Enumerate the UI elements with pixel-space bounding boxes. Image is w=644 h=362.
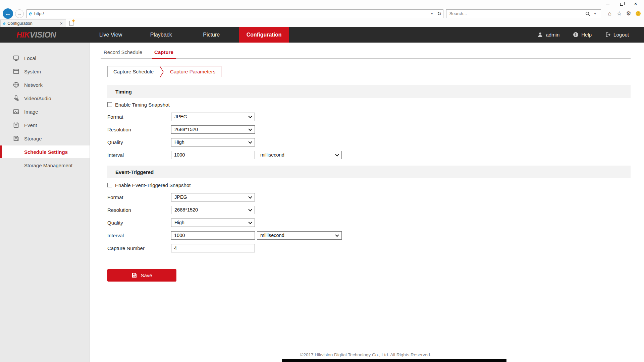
tab-capture[interactable]: Capture <box>153 49 174 58</box>
hikvision-logo: HIKVISION <box>16 27 56 43</box>
address-bar[interactable]: e http:/ ▾ ↻ <box>26 9 443 18</box>
enable-timing-snapshot-checkbox[interactable] <box>107 102 112 107</box>
url-text[interactable]: http:/ <box>34 11 428 16</box>
help-button[interactable]: Help <box>573 32 592 38</box>
chevron-down-icon <box>248 195 252 198</box>
taskbar-peek-bar <box>282 359 506 362</box>
microphone-icon <box>13 95 19 102</box>
enable-event-snapshot-label: Enable Event-Triggered Snapshot <box>115 182 191 188</box>
forward-button[interactable]: → <box>15 9 24 18</box>
timing-interval-input[interactable] <box>171 151 255 159</box>
logout-button[interactable]: Logout <box>605 32 629 38</box>
sidebar-item-system[interactable]: System <box>0 65 90 78</box>
timing-interval-unit-select[interactable]: millisecond <box>257 151 342 159</box>
capture-number-row: Capture Number <box>107 242 631 254</box>
favorites-button[interactable]: ☆ <box>616 10 623 17</box>
search-box[interactable]: Search... ▾ <box>446 9 601 18</box>
browser-tabbar: e Configuration × <box>0 19 644 27</box>
event-interval-unit-select[interactable]: millisecond <box>257 231 342 240</box>
floppy-disk-icon <box>13 135 19 142</box>
back-button[interactable]: ← <box>3 8 13 19</box>
select-value: millisecond <box>260 152 284 158</box>
nav-live-view[interactable]: Live View <box>86 27 136 43</box>
event-interval-input[interactable] <box>171 231 255 240</box>
chevron-down-icon <box>248 220 252 224</box>
refresh-icon: ↻ <box>437 11 442 17</box>
chevron-down-icon <box>248 127 252 131</box>
field-label: Quality <box>107 139 171 145</box>
section-event-triggered: Event-Triggered <box>107 166 631 178</box>
timing-format-select[interactable]: JPEG <box>171 113 255 121</box>
main-content: Record Schedule Capture Capture Schedule… <box>90 43 644 362</box>
timing-quality-select[interactable]: High <box>171 138 255 146</box>
tab-close-icon[interactable]: × <box>59 21 63 26</box>
event-notepad-icon <box>13 122 19 128</box>
window-titlebar: × <box>0 0 644 8</box>
sidebar-item-storage-management[interactable]: Storage Management <box>0 159 90 172</box>
capture-subtabs: Capture Schedule Capture Parameters <box>107 66 631 77</box>
timing-resolution-row: Resolution 2688*1520 <box>107 123 631 136</box>
browser-tab-title: Configuration <box>7 21 59 26</box>
field-label: Interval <box>107 152 171 158</box>
enable-event-snapshot-checkbox[interactable] <box>107 183 112 187</box>
field-label: Resolution <box>107 207 171 213</box>
refresh-button[interactable]: ↻ <box>436 10 443 18</box>
search-placeholder[interactable]: Search... <box>449 11 584 16</box>
timing-quality-row: Quality High <box>107 136 631 148</box>
sidebar-item-label: Storage <box>24 136 42 141</box>
tab-record-schedule[interactable]: Record Schedule <box>103 49 143 58</box>
browser-action-icons: ⌂ ☆ ⚙ <box>606 10 641 17</box>
event-format-select[interactable]: JPEG <box>171 193 255 201</box>
nav-playback[interactable]: Playback <box>136 27 186 43</box>
close-button[interactable]: × <box>629 0 643 8</box>
subtab-capture-parameters[interactable]: Capture Parameters <box>164 66 221 77</box>
sidebar-item-label: Local <box>24 55 36 61</box>
chevron-down-icon <box>248 114 252 118</box>
logout-icon <box>605 32 611 38</box>
minimize-button[interactable] <box>600 0 614 8</box>
section-timing: Timing <box>107 85 631 98</box>
event-format-row: Format JPEG <box>107 191 631 203</box>
timing-format-row: Format JPEG <box>107 110 631 123</box>
subtab-capture-schedule[interactable]: Capture Schedule <box>107 66 159 77</box>
search-dropdown-button[interactable]: ▾ <box>591 10 599 18</box>
enable-event-snapshot-row: Enable Event-Triggered Snapshot <box>107 181 631 189</box>
system-window-icon <box>13 68 19 75</box>
save-button[interactable]: Save <box>107 269 176 282</box>
subtab-bottom-line <box>221 66 631 77</box>
sidebar-item-storage[interactable]: Storage <box>0 132 90 145</box>
browser-tab-configuration[interactable]: e Configuration × <box>0 19 66 27</box>
settings-button[interactable]: ⚙ <box>625 10 632 17</box>
event-resolution-select[interactable]: 2688*1520 <box>171 206 255 214</box>
timing-resolution-select[interactable]: 2688*1520 <box>171 125 255 134</box>
capture-number-input[interactable] <box>171 244 255 252</box>
event-quality-select[interactable]: High <box>171 219 255 227</box>
address-dropdown-button[interactable]: ▾ <box>428 10 436 18</box>
search-button[interactable] <box>584 10 591 18</box>
sidebar-item-label: Schedule Settings <box>24 149 68 155</box>
main-nav: Live View Playback Picture Configuration <box>86 27 289 43</box>
nav-picture[interactable]: Picture <box>186 27 236 43</box>
chevron-down-icon <box>335 153 339 156</box>
feedback-button[interactable] <box>635 10 641 17</box>
minimize-icon <box>606 4 609 4</box>
chevron-down-icon <box>248 140 252 143</box>
new-tab-button[interactable] <box>67 19 76 27</box>
sidebar-item-image[interactable]: Image <box>0 105 90 118</box>
sidebar-item-network[interactable]: Network <box>0 78 90 92</box>
restore-button[interactable] <box>614 0 629 8</box>
sidebar-item-local[interactable]: Local <box>0 51 90 65</box>
sidebar-item-event[interactable]: Event <box>0 118 90 132</box>
user-icon <box>537 32 543 38</box>
home-button[interactable]: ⌂ <box>606 10 613 17</box>
chevron-down-icon: ▾ <box>594 12 596 15</box>
sidebar-item-video-audio[interactable]: Video/Audio <box>0 92 90 105</box>
page-tabs: Record Schedule Capture <box>101 49 631 59</box>
event-resolution-row: Resolution 2688*1520 <box>107 203 631 216</box>
nav-configuration[interactable]: Configuration <box>239 27 289 43</box>
select-value: High <box>174 220 184 225</box>
home-icon: ⌂ <box>608 10 611 17</box>
search-magnifier-icon <box>585 11 590 16</box>
sidebar-item-schedule-settings[interactable]: Schedule Settings <box>0 145 90 158</box>
sidebar-item-label: Video/Audio <box>24 96 51 101</box>
